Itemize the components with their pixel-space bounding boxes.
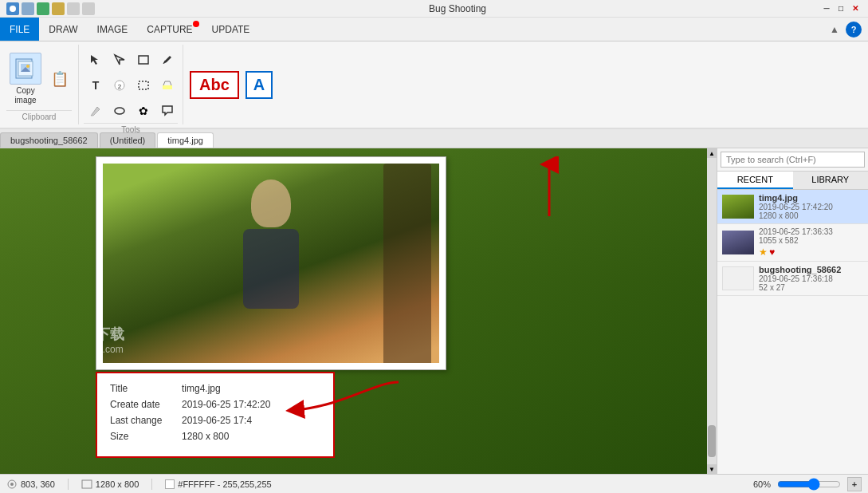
info-box: Title timg4.jpg Create date 2019-06-25 1… — [96, 372, 335, 458]
minimize-button[interactable]: ─ — [820, 2, 833, 15]
help-up-button[interactable]: ▲ — [827, 22, 842, 37]
ellipse-tool[interactable] — [108, 99, 132, 123]
svg-rect-10 — [163, 85, 172, 89]
highlight-tool[interactable] — [155, 73, 179, 97]
svg-rect-6 — [139, 56, 148, 64]
scrollbar-up-button[interactable]: ▲ — [707, 148, 717, 158]
heart-badge: ♥ — [769, 246, 775, 258]
panel-item-info-2: 2019-06-25 17:36:33 1055 x 582 ★ ♥ — [759, 227, 863, 258]
text-tool[interactable]: T — [84, 73, 108, 97]
body — [243, 229, 299, 309]
statusbar: 803, 360 1280 x 800 #FFFFFF - 255,255,25… — [0, 474, 868, 493]
svg-rect-9 — [139, 81, 148, 89]
abc-button-red[interactable]: Abc — [190, 71, 239, 99]
zoom-slider[interactable] — [777, 478, 841, 491]
rectangle-tool[interactable] — [132, 48, 155, 72]
maximize-button[interactable]: □ — [835, 2, 847, 15]
tree — [383, 164, 431, 363]
panel-thumb-timg4 — [722, 195, 754, 219]
toolbar: Copyimage 📋 Clipboard — [0, 41, 868, 129]
vertical-scrollbar[interactable]: ▲ ▼ — [707, 148, 717, 474]
select-tool[interactable] — [84, 48, 108, 72]
watermark: 安下载 anxz.com — [103, 325, 271, 355]
info-row-size: Size 1280 x 800 — [110, 431, 320, 442]
tabs-row: bugshooting_58662 (Untitled) timg4.jpg — [0, 129, 868, 148]
svg-text:2: 2 — [118, 83, 122, 90]
search-input[interactable] — [721, 152, 865, 168]
zoom-label: 60% — [753, 479, 771, 489]
zoom-in-button[interactable]: + — [847, 477, 862, 491]
main-layout: 安下载 anxz.com Title timg4.jpg Create date… — [0, 148, 868, 474]
app-icon-6 — [82, 2, 95, 15]
info-row-create-date: Create date 2019-06-25 17:42:20 — [110, 399, 320, 410]
tools-grid: T 2 ✿ — [84, 48, 178, 123]
menubar: FILE DRAW IMAGE CAPTURE UPDATE ▲ ? — [0, 18, 868, 41]
menu-image[interactable]: IMAGE — [88, 18, 138, 41]
color-swatch — [165, 479, 175, 489]
panel-item-info-bugshooting: bugshooting_58662 2019-06-25 17:36:18 52… — [759, 265, 863, 292]
head — [251, 179, 291, 227]
menu-file[interactable]: FILE — [0, 18, 39, 41]
statusbar-zoom: 60% + — [753, 477, 862, 491]
window-controls[interactable]: ─ □ ✕ — [820, 2, 862, 15]
statusbar-coordinates: 803, 360 — [6, 479, 55, 490]
statusbar-sep-2 — [151, 479, 152, 490]
menu-capture[interactable]: CAPTURE — [137, 18, 202, 41]
svg-point-11 — [115, 108, 124, 114]
thumb-photo-timg4 — [722, 195, 754, 219]
panel-thumb-bugshooting — [722, 266, 754, 290]
card-image: 安下载 anxz.com — [103, 164, 439, 363]
help-button[interactable]: ? — [846, 22, 862, 37]
menu-draw[interactable]: DRAW — [39, 18, 87, 41]
abc-button-blue[interactable]: A — [245, 71, 273, 99]
coordinates-icon — [6, 479, 18, 490]
copy-image-button[interactable]: Copyimage — [6, 49, 45, 108]
text-section: Abc A — [183, 45, 279, 124]
dotted-rect-tool[interactable] — [132, 73, 155, 97]
window-title: Bug Shooting — [95, 3, 820, 14]
statusbar-color: #FFFFFF - 255,255,255 — [165, 479, 271, 489]
tools-section: T 2 ✿ — [79, 45, 183, 124]
pencil-tool[interactable] — [84, 99, 108, 123]
panel-item-2[interactable]: 2019-06-25 17:36:33 1055 x 582 ★ ♥ — [717, 224, 868, 262]
stamp-tool[interactable]: ✿ — [132, 99, 155, 123]
clipboard-section: Copyimage 📋 Clipboard — [0, 45, 79, 124]
scrollbar-thumb[interactable] — [708, 425, 716, 457]
panel-item-bugshooting[interactable]: bugshooting_58662 2019-06-25 17:36:18 52… — [717, 262, 868, 296]
info-row-title: Title timg4.jpg — [110, 383, 320, 394]
tab-recent[interactable]: RECENT — [717, 172, 793, 189]
titlebar: Bug Shooting ─ □ ✕ — [0, 0, 868, 18]
close-button[interactable]: ✕ — [849, 2, 862, 15]
statusbar-dimensions: 1280 x 800 — [81, 479, 139, 489]
speech-tool[interactable] — [155, 99, 179, 123]
tab-bugshooting[interactable]: bugshooting_58662 — [0, 132, 98, 148]
arrow-tool[interactable] — [108, 48, 132, 72]
panel-tabs: RECENT LIBRARY — [717, 172, 868, 190]
tab-library[interactable]: LIBRARY — [793, 172, 869, 189]
star-badge: ★ — [759, 246, 768, 258]
paste-button[interactable]: 📋 — [48, 67, 72, 91]
svg-point-5 — [26, 65, 29, 68]
pen-tool[interactable] — [155, 48, 179, 72]
panel-item-info-timg4: timg4.jpg 2019-06-25 17:42:20 1280 x 800 — [759, 193, 863, 220]
panel-thumb-2 — [722, 231, 754, 254]
tab-timg4[interactable]: timg4.jpg — [157, 132, 214, 148]
title-app-icons — [6, 2, 95, 15]
app-icon-4 — [52, 2, 65, 15]
panel-item-timg4[interactable]: timg4.jpg 2019-06-25 17:42:20 1280 x 800 — [717, 190, 868, 224]
svg-point-16 — [10, 483, 14, 486]
right-panel: RECENT LIBRARY timg4.jpg 2019-06-25 17:4… — [717, 148, 868, 474]
menu-update[interactable]: UPDATE — [202, 18, 260, 41]
search-bar — [717, 148, 868, 172]
copy-image-icon — [10, 53, 41, 85]
thumb-photo-bugshooting — [723, 267, 753, 290]
app-icon-2 — [22, 2, 34, 15]
tab-untitled[interactable]: (Untitled) — [100, 132, 156, 148]
panel-items-list: timg4.jpg 2019-06-25 17:42:20 1280 x 800… — [717, 190, 868, 474]
app-icon-3 — [37, 2, 49, 15]
copy-image-label: Copyimage — [14, 86, 36, 105]
scrollbar-down-button[interactable]: ▼ — [707, 464, 717, 474]
app-icon-5 — [67, 2, 80, 15]
panel-item-badges: ★ ♥ — [759, 246, 863, 258]
number-tool[interactable]: 2 — [108, 73, 132, 97]
